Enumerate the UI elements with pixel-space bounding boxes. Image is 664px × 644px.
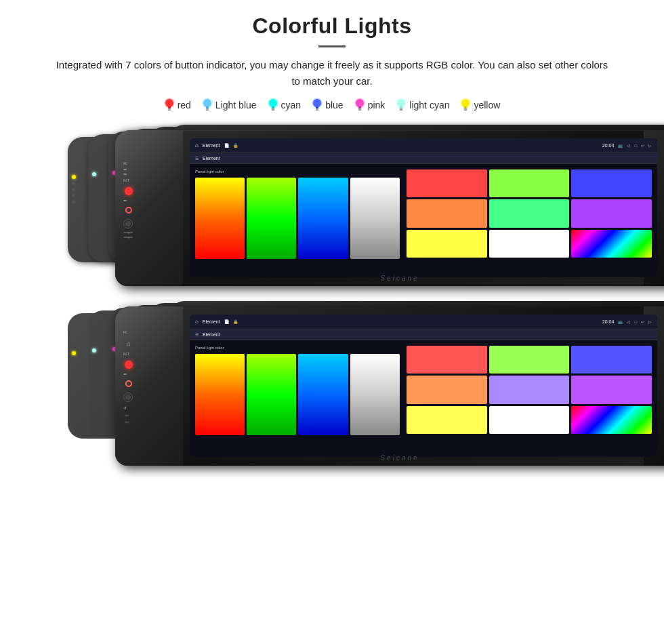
svg-rect-9: [272, 106, 274, 108]
color-item-lightblue: Light blue: [202, 98, 257, 113]
svg-point-20: [397, 99, 405, 107]
color-label-blue: blue: [325, 100, 343, 110]
svg-rect-3: [168, 110, 171, 111]
svg-rect-22: [400, 108, 403, 110]
svg-rect-2: [167, 108, 171, 110]
svg-point-12: [313, 99, 321, 107]
radio-unit-front-1: MC RST ◁: [115, 130, 664, 286]
description-text: Integrated with 7 colors of button indic…: [54, 57, 610, 89]
color-label-lightblue: Light blue: [215, 100, 257, 110]
left-button-panel-2: MC ⌂ RST ↺ ◁◁: [123, 330, 134, 424]
svg-point-4: [203, 99, 211, 107]
color-item-pink: pink: [354, 98, 386, 113]
color-item-cyan: cyan: [268, 98, 302, 113]
svg-rect-18: [358, 108, 361, 110]
svg-rect-11: [272, 110, 274, 111]
bulb-icon-pink: [354, 98, 365, 113]
color-label-pink: pink: [368, 100, 386, 110]
app-label-1: Element: [203, 143, 220, 148]
color-item-blue: blue: [312, 98, 343, 113]
color-label-yellow: yellow: [474, 100, 500, 110]
app-label-2: Element: [203, 319, 220, 324]
svg-rect-27: [464, 110, 467, 111]
svg-rect-21: [400, 106, 402, 108]
left-button-panel-1: MC RST ◁: [123, 161, 134, 238]
device-row-1: MC RST ◁: [27, 125, 637, 294]
svg-rect-14: [316, 108, 319, 110]
svg-rect-19: [358, 110, 361, 111]
bulb-icon-yellow: [460, 98, 471, 113]
svg-rect-5: [206, 106, 209, 108]
svg-rect-1: [168, 106, 171, 108]
element-label-2: Element: [203, 332, 220, 337]
svg-rect-6: [205, 108, 209, 110]
svg-point-16: [356, 99, 364, 107]
svg-rect-7: [206, 110, 209, 111]
color-label-cyan: cyan: [281, 100, 302, 110]
watermark-2: Seicane: [380, 454, 419, 462]
bulb-icon-cyan: [268, 98, 278, 113]
page-container: Colorful Lights Integrated with 7 colors…: [0, 0, 664, 644]
color-label-red: red: [178, 100, 191, 110]
screen-area-2: ⌂ Element 📄 🔒 20:04 📺 ◁ □ ↩ ▷: [190, 315, 657, 457]
color-indicators: red Light blue cyan: [164, 98, 501, 113]
bulb-icon-blue: [312, 98, 323, 113]
screen-area-1: ⌂ Element 📄 🔒 20:04 📺 ◁ □ ↩ ▷: [190, 138, 657, 277]
color-item-yellow: yellow: [460, 98, 500, 113]
color-item-lightcyan: light cyan: [396, 98, 449, 113]
svg-rect-17: [358, 106, 361, 108]
svg-point-8: [269, 99, 277, 107]
devices-section: MC RST ◁: [27, 125, 637, 477]
page-title: Colorful Lights: [252, 14, 411, 39]
svg-rect-10: [271, 108, 274, 110]
bulb-icon-red: [164, 98, 175, 113]
svg-rect-13: [316, 106, 318, 108]
title-divider: [318, 45, 346, 47]
bulb-icon-lightcyan: [396, 98, 407, 113]
radio-unit-front-2: MC ⌂ RST ↺ ◁◁: [115, 306, 664, 466]
time-display-1: 20:04: [602, 143, 615, 148]
svg-point-0: [165, 99, 173, 107]
svg-rect-15: [316, 110, 318, 111]
svg-rect-25: [464, 106, 467, 108]
color-label-lightcyan: light cyan: [409, 100, 449, 110]
color-item-red: red: [164, 98, 191, 113]
panel-light-label-2: Panel light color: [195, 346, 400, 350]
svg-rect-23: [400, 110, 402, 111]
time-display-2: 20:04: [602, 319, 615, 324]
svg-rect-26: [464, 108, 468, 110]
watermark-1: Seicane: [380, 275, 419, 282]
device-row-2: MC ⌂ RST ↺ ◁◁: [27, 301, 637, 477]
bulb-icon-lightblue: [202, 98, 213, 113]
svg-point-24: [461, 99, 470, 107]
panel-light-label-1: Panel light color: [195, 169, 400, 174]
element-label-1: Element: [203, 156, 220, 161]
